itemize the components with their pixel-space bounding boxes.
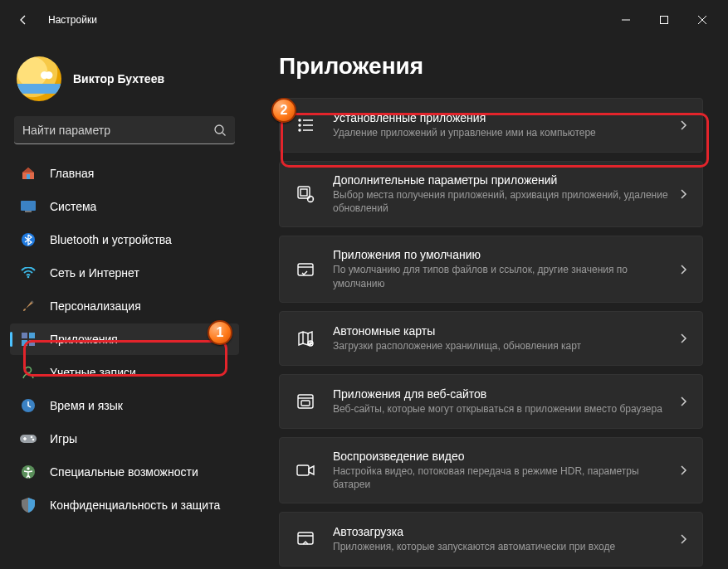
card-apps-for-websites[interactable]: Приложения для веб-сайтов Веб-сайты, кот… xyxy=(279,374,703,429)
list-icon xyxy=(295,114,316,136)
svg-rect-28 xyxy=(297,465,309,475)
avatar xyxy=(17,56,61,101)
svg-rect-13 xyxy=(20,435,37,443)
sidebar-item-label: Специальные возможности xyxy=(50,465,198,479)
card-subtitle: Выбор места получения приложений, архива… xyxy=(333,188,669,215)
close-button[interactable] xyxy=(683,7,721,33)
svg-point-19 xyxy=(299,124,300,126)
apps-icon xyxy=(20,331,37,348)
nav-list: Главная Система Bluetooth и устройства С… xyxy=(10,156,239,559)
sidebar-item-label: Bluetooth и устройства xyxy=(50,233,172,246)
titlebar: Настройки xyxy=(0,0,728,40)
app-gear-icon xyxy=(295,183,316,205)
chevron-right-icon xyxy=(679,264,687,275)
card-title: Приложения для веб-сайтов xyxy=(333,387,669,401)
default-icon xyxy=(295,259,316,280)
chevron-right-icon xyxy=(679,533,687,545)
chevron-right-icon xyxy=(679,464,687,476)
chevron-right-icon xyxy=(679,333,687,344)
card-subtitle: Настройка видео, потоковая передача в ре… xyxy=(333,464,669,491)
sidebar-item-bluetooth[interactable]: Bluetooth и устройства xyxy=(10,224,239,255)
maximize-button[interactable] xyxy=(645,7,683,33)
sidebar-item-label: Конфиденциальность и защита xyxy=(50,498,220,512)
svg-rect-9 xyxy=(22,340,27,346)
sidebar-item-home[interactable]: Главная xyxy=(10,158,239,189)
sidebar-item-label: Сеть и Интернет xyxy=(50,266,139,280)
sidebar-item-label: Система xyxy=(50,200,96,213)
card-subtitle: Загрузки расположение хранилища, обновле… xyxy=(333,339,669,353)
home-icon xyxy=(20,165,37,182)
svg-rect-8 xyxy=(29,333,35,338)
accessibility-icon xyxy=(20,464,37,480)
window-controls xyxy=(607,7,721,33)
sidebar-item-apps[interactable]: Приложения xyxy=(10,323,239,355)
card-advanced-app-settings[interactable]: Дополнительные параметры приложений Выбо… xyxy=(279,161,703,227)
annotation-badge-2: 2 xyxy=(271,98,296,123)
card-installed-apps[interactable]: Установленные приложения Удаление прилож… xyxy=(279,98,703,153)
sidebar-item-system[interactable]: Система xyxy=(10,191,239,222)
search-input[interactable] xyxy=(22,124,213,137)
card-subtitle: Веб-сайты, которые могут открываться в п… xyxy=(333,402,669,416)
card-offline-maps[interactable]: Автономные карты Загрузки расположение х… xyxy=(279,311,703,366)
shield-icon xyxy=(20,497,37,513)
clock-icon xyxy=(20,397,37,414)
minimize-icon xyxy=(622,16,630,24)
svg-rect-21 xyxy=(298,187,310,198)
svg-point-18 xyxy=(299,119,300,121)
svg-rect-0 xyxy=(661,17,668,24)
card-title: Установленные приложения xyxy=(333,111,669,124)
card-default-apps[interactable]: Приложения по умолчанию По умолчанию для… xyxy=(279,236,703,302)
card-video-playback[interactable]: Воспроизведение видео Настройка видео, п… xyxy=(279,437,703,503)
sidebar-item-label: Приложения xyxy=(50,333,118,346)
card-title: Дополнительные параметры приложений xyxy=(333,173,669,187)
wifi-icon xyxy=(20,265,37,281)
card-title: Автономные карты xyxy=(333,324,669,338)
card-subtitle: Приложения, которые запускаются автомати… xyxy=(333,540,669,553)
svg-point-23 xyxy=(308,197,314,202)
sidebar-item-personalization[interactable]: Персонализация xyxy=(10,290,239,322)
card-title: Приложения по умолчанию xyxy=(333,248,669,261)
sidebar-item-accessibility[interactable]: Специальные возможности xyxy=(10,456,239,488)
svg-point-11 xyxy=(26,367,32,373)
gamepad-icon xyxy=(20,430,37,447)
bluetooth-icon xyxy=(20,231,37,248)
svg-rect-22 xyxy=(300,189,307,196)
search-icon xyxy=(213,124,227,137)
maximize-icon xyxy=(660,16,668,24)
sidebar-item-label: Игры xyxy=(50,432,77,445)
search-box[interactable] xyxy=(14,116,235,144)
sidebar-item-label: Персонализация xyxy=(50,299,141,313)
sidebar-item-gaming[interactable]: Игры xyxy=(10,423,239,455)
card-subtitle: Удаление приложений и управление ими на … xyxy=(333,126,669,139)
svg-rect-7 xyxy=(22,333,27,338)
sidebar-item-label: Главная xyxy=(50,167,94,180)
brush-icon xyxy=(20,298,37,314)
back-button[interactable] xyxy=(7,3,40,36)
card-title: Автозагрузка xyxy=(333,525,669,538)
sidebar-item-network[interactable]: Сеть и Интернет xyxy=(10,257,239,289)
website-icon xyxy=(295,391,316,412)
page-title: Приложения xyxy=(279,53,703,80)
svg-point-1 xyxy=(215,125,223,134)
minimize-button[interactable] xyxy=(607,7,645,33)
sidebar-item-privacy[interactable]: Конфиденциальность и защита xyxy=(10,489,239,521)
video-icon xyxy=(295,460,316,481)
startup-icon xyxy=(295,528,316,550)
chevron-right-icon xyxy=(679,119,687,131)
sidebar-item-label: Время и язык xyxy=(50,399,123,412)
svg-rect-4 xyxy=(25,211,32,212)
svg-point-17 xyxy=(27,467,29,469)
svg-point-15 xyxy=(32,439,35,441)
svg-rect-27 xyxy=(301,401,310,406)
profile-block[interactable]: Виктор Бухтеев xyxy=(10,40,239,116)
card-startup[interactable]: Автозагрузка Приложения, которые запуска… xyxy=(279,512,703,567)
window-title: Настройки xyxy=(48,14,97,26)
chevron-right-icon xyxy=(679,188,687,200)
main-content: Приложения Установленные приложения Удал… xyxy=(249,40,728,569)
sidebar-item-time[interactable]: Время и язык xyxy=(10,390,239,421)
card-subtitle: По умолчанию для типов файлов и ссылок, … xyxy=(333,263,669,289)
svg-point-20 xyxy=(299,129,300,131)
map-icon xyxy=(295,328,316,349)
sidebar-item-accounts[interactable]: Учетные записи xyxy=(10,357,239,388)
svg-rect-10 xyxy=(29,340,35,346)
